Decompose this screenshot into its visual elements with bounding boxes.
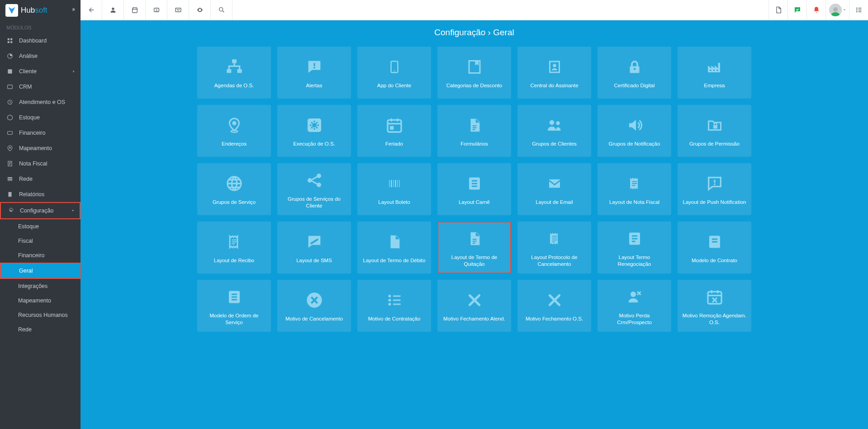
sidebar-sub-rede[interactable]: Rede [0,322,81,337]
card-categorias-desconto[interactable]: Categorias de Desconto [437,47,511,99]
card-layout-nota-fiscal[interactable]: Layout de Nota Fiscal [598,163,671,215]
card-app-cliente[interactable]: App do Cliente [357,47,431,99]
card-layout-carne[interactable]: Layout Carnê [437,163,511,215]
svg-rect-27 [232,59,237,63]
sidebar-collapse-icon[interactable] [71,6,77,13]
svg-point-16 [112,8,114,10]
card-grupos-permissao[interactable]: Grupos de Permissão [678,105,751,157]
sidebar-sub-estoque[interactable]: Estoque [0,219,81,234]
calendar-button[interactable] [124,0,146,20]
card-layout-protocolo-cancelamento[interactable]: Layout Protocolo de Cancelamento [517,222,591,273]
card-agendas-os[interactable]: Agendas de O.S. [197,47,271,99]
sidebar-item-relatorios[interactable]: Relatórios [0,187,81,202]
send-button[interactable] [167,0,189,20]
card-label: Execução de O.S. [293,141,335,147]
card-grupos-notificacao[interactable]: Grupos de Notificação [598,105,671,157]
pdf-button[interactable] [768,0,787,20]
card-motivo-fechamento-os[interactable]: Motivo Fechamento O.S. [517,280,591,332]
back-button[interactable] [81,0,102,20]
card-feriado[interactable]: Feriado [357,105,431,157]
sidebar-sub-fiscal[interactable]: Fiscal [0,234,81,248]
svg-rect-46 [388,120,401,132]
chevron-down-icon [71,208,75,213]
card-grupos-servicos-cliente[interactable]: Grupos de Serviços do Cliente [277,163,351,215]
search-button[interactable] [211,0,232,20]
svg-point-63 [388,295,391,297]
list-button[interactable] [849,0,868,20]
sidebar-sub-geral[interactable]: Geral [0,263,81,279]
gear-icon [7,207,14,214]
card-layout-recibo[interactable]: Layout de Recibo [197,222,271,273]
sidebar-item-cliente[interactable]: Cliente [0,64,81,79]
sidebar-item-crm[interactable]: CRM [0,79,81,94]
globe-icon [225,173,243,194]
cancel-circle-icon [305,289,323,311]
logo[interactable]: Hubsoft [0,0,81,20]
card-execucao-os[interactable]: Execução de O.S. [277,105,351,157]
user-button[interactable] [102,0,124,20]
card-certificado-digital[interactable]: Certificado Digital [598,47,671,99]
sidebar-item-analise[interactable]: Análise [0,48,81,64]
sidebar-item-configuracao[interactable]: Configuração [0,202,81,219]
card-layout-sms[interactable]: Layout de SMS [277,222,351,273]
card-label: Alertas [306,82,323,89]
svg-rect-8 [8,132,13,135]
bell-button[interactable] [806,0,825,20]
avatar-icon [829,4,842,16]
svg-point-48 [549,120,554,125]
card-empresa[interactable]: Empresa [678,47,751,99]
svg-point-38 [633,68,636,70]
card-formularios[interactable]: Formulários [437,105,511,157]
card-central-assinante[interactable]: Central do Assinante [517,47,591,99]
card-alertas[interactable]: Alertas [277,47,351,99]
sidebar-sub-rh[interactable]: Recursos Humanos [0,308,81,322]
card-enderecos[interactable]: Endereços [197,105,271,157]
eye-button[interactable] [189,0,211,20]
avatar-button[interactable] [825,0,849,20]
svg-rect-58 [714,184,715,185]
card-label: Grupos de Serviço [213,199,256,206]
money-button[interactable]: $ [146,0,167,20]
card-label: Layout de Termo de Quitação [443,254,506,268]
card-modelo-ordem-servico[interactable]: Modelo de Ordem de Serviço [197,280,271,332]
sidebar-item-label: CRM [19,84,32,90]
lines-doc-icon [466,173,483,194]
svg-point-65 [388,303,391,306]
sidebar-item-estoque[interactable]: Estoque [0,110,81,125]
sidebar-item-dashboard[interactable]: Dashboard [0,33,81,48]
sidebar-item-label: Rede [19,176,33,182]
card-layout-termo-debito[interactable]: Layout de Termo de Débito [357,222,431,273]
topbar: $ [81,0,868,20]
sidebar-item-rede[interactable]: Rede [0,171,81,187]
card-motivo-cancelamento[interactable]: Motivo de Cancelamento [277,280,351,332]
sidebar-sub-integracoes[interactable]: Integrações [0,279,81,293]
card-label: Motivo Remoção Agendam. O.S. [682,312,747,326]
card-motivo-contratacao[interactable]: Motivo de Contratação [357,280,431,332]
card-layout-termo-renegociacao[interactable]: Layout Termo Renegociação [598,222,671,273]
atendimento-icon [6,99,14,106]
card-motivo-perda-crm[interactable]: Motivo Perda Crm/Prospecto [598,280,671,332]
card-motivo-remocao-agendam[interactable]: Motivo Remoção Agendam. O.S. [678,280,751,332]
card-layout-boleto[interactable]: Layout Boleto [357,163,431,215]
card-motivo-fechamento-atend[interactable]: Motivo Fechamento Atend. [437,280,511,332]
sidebar-sub-mapeamento[interactable]: Mapeamento [0,293,81,308]
chat-button[interactable] [787,0,806,20]
card-layout-termo-quitacao[interactable]: Layout de Termo de Quitação [437,222,511,273]
card-label: Layout de SMS [296,257,332,264]
mobile-icon [388,56,401,78]
card-grupos-servico[interactable]: Grupos de Serviço [197,163,271,215]
card-layout-email[interactable]: Layout de Email [517,163,591,215]
sidebar-item-mapeamento[interactable]: Mapeamento [0,141,81,156]
svg-point-23 [833,7,838,12]
card-label: Endereços [222,141,247,147]
card-layout-push[interactable]: Layout de Push Notification [678,163,751,215]
svg-rect-12 [8,179,13,179]
sidebar-sub-financeiro[interactable]: Financeiro [0,248,81,263]
card-label: Agendas de O.S. [214,82,254,89]
card-modelo-contrato[interactable]: Modelo de Contrato [678,222,751,273]
card-grupos-clientes[interactable]: Grupos de Clientes [517,105,591,157]
sidebar-item-nota-fiscal[interactable]: Nota Fiscal [0,156,81,171]
sidebar-item-financeiro[interactable]: Financeiro [0,125,81,141]
sidebar-item-label: Mapeamento [19,145,52,151]
sidebar-item-atendimento[interactable]: Atendimento e OS [0,94,81,110]
